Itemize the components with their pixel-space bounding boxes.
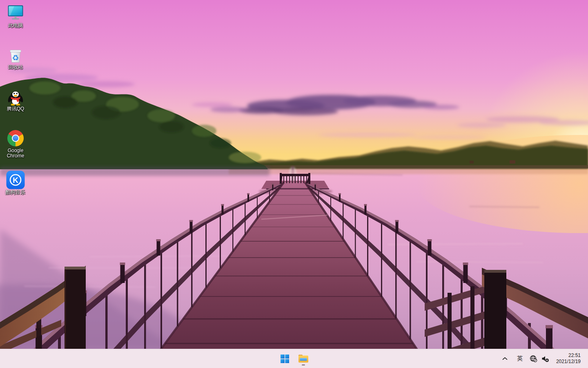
ime-indicator[interactable]: 英 bbox=[512, 350, 528, 367]
network-button[interactable] bbox=[528, 350, 539, 367]
start-button[interactable] bbox=[276, 350, 293, 367]
qq-penguin-icon bbox=[6, 87, 25, 106]
file-explorer-button[interactable] bbox=[295, 350, 312, 367]
chrome-icon bbox=[6, 129, 25, 148]
icon-label: 腾讯QQ bbox=[7, 106, 24, 112]
desktop-icon-this-pc[interactable]: 此电脑 bbox=[2, 2, 29, 44]
icon-label: 回收站 bbox=[8, 65, 23, 70]
volume-button[interactable] bbox=[539, 350, 551, 367]
speaker-muted-icon bbox=[541, 355, 549, 362]
windows-logo-icon bbox=[281, 355, 289, 363]
taskbar-center-group bbox=[276, 349, 312, 368]
desktop-icon-google-chrome[interactable]: Google Chrome bbox=[2, 128, 29, 169]
icon-label: 酷狗音乐 bbox=[6, 190, 25, 195]
folder-icon bbox=[298, 354, 309, 364]
taskbar: 英 bbox=[0, 349, 588, 368]
icon-label: 此电脑 bbox=[8, 23, 23, 28]
icon-label: Google Chrome bbox=[3, 148, 28, 159]
hidden-icons-button[interactable] bbox=[500, 350, 510, 367]
running-indicator bbox=[302, 364, 305, 366]
ime-label: 英 bbox=[514, 355, 526, 362]
desktop-screen: 此电脑 ♻︎ 回收站 bbox=[0, 0, 588, 368]
wallpaper bbox=[0, 0, 588, 368]
kugou-monogram: K bbox=[13, 176, 18, 184]
clock-time: 22:51 bbox=[556, 352, 581, 359]
desktop-icon-kugou-music[interactable]: K 酷狗音乐 bbox=[2, 169, 29, 211]
desktop-icon-tencent-qq[interactable]: 腾讯QQ bbox=[2, 86, 29, 128]
wallpaper-image bbox=[0, 0, 588, 368]
system-tray: 英 bbox=[500, 349, 588, 368]
recycle-bin-icon: ♻︎ bbox=[6, 45, 25, 64]
chevron-up-icon bbox=[502, 357, 508, 360]
kugou-icon: K bbox=[6, 171, 25, 189]
this-pc-icon bbox=[6, 4, 25, 22]
globe-no-internet-icon bbox=[530, 355, 537, 362]
desktop-icon-column: 此电脑 ♻︎ 回收站 bbox=[2, 2, 29, 211]
clock-date: 2021/12/19 bbox=[556, 359, 581, 365]
clock[interactable]: 22:51 2021/12/19 bbox=[554, 350, 583, 367]
svg-text:♻︎: ♻︎ bbox=[12, 53, 19, 62]
desktop-icon-recycle-bin[interactable]: ♻︎ 回收站 bbox=[2, 44, 29, 86]
